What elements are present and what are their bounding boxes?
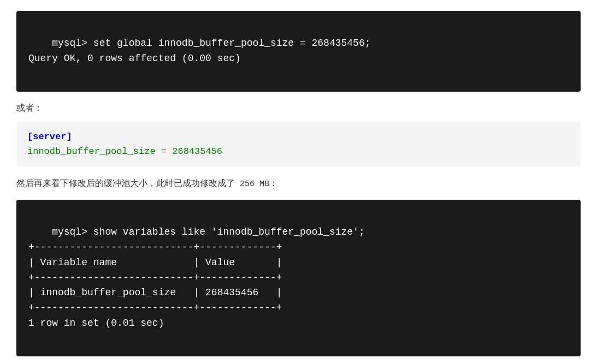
terminal1-line1: mysql> set global innodb_buffer_pool_siz…	[52, 38, 370, 49]
terminal1-line2: Query OK, 0 rows affected (0.00 sec)	[28, 53, 241, 64]
config-section-line: [server]	[27, 129, 570, 144]
terminal2-line7: 1 row in set (0.01 sec)	[28, 318, 164, 329]
or-text: 或者：	[16, 103, 581, 114]
desc-before: 然后再来看下修改后的缓冲池大小，此时已成功修改成了	[16, 178, 235, 188]
config-section: [server]	[27, 132, 72, 142]
description-text: 然后再来看下修改后的缓冲池大小，此时已成功修改成了 256 MB：	[16, 176, 581, 191]
config-equals: =	[156, 146, 173, 157]
terminal2-line4: +---------------------------+-----------…	[28, 272, 282, 283]
config-variable: innodb_buffer_pool_size	[27, 146, 156, 157]
page-container: mysql> set global innodb_buffer_pool_siz…	[0, 0, 597, 364]
terminal2-line1: mysql> show variables like 'innodb_buffe…	[52, 226, 365, 237]
terminal-block-1: mysql> set global innodb_buffer_pool_siz…	[16, 11, 581, 92]
config-variable-line: innodb_buffer_pool_size = 268435456	[27, 144, 570, 159]
terminal2-line2: +---------------------------+-----------…	[28, 242, 282, 253]
terminal2-line5: | innodb_buffer_pool_size | 268435456 |	[28, 287, 282, 298]
config-value: 268435456	[172, 146, 222, 157]
terminal2-line6: +---------------------------+-----------…	[28, 302, 282, 313]
terminal-block-2: mysql> show variables like 'innodb_buffe…	[16, 200, 581, 356]
config-block: [server] innodb_buffer_pool_size = 26843…	[16, 122, 581, 166]
desc-after: ：	[269, 178, 278, 188]
terminal2-line3: | Variable_name | Value |	[28, 257, 282, 268]
desc-inline: 256 MB	[235, 180, 269, 189]
